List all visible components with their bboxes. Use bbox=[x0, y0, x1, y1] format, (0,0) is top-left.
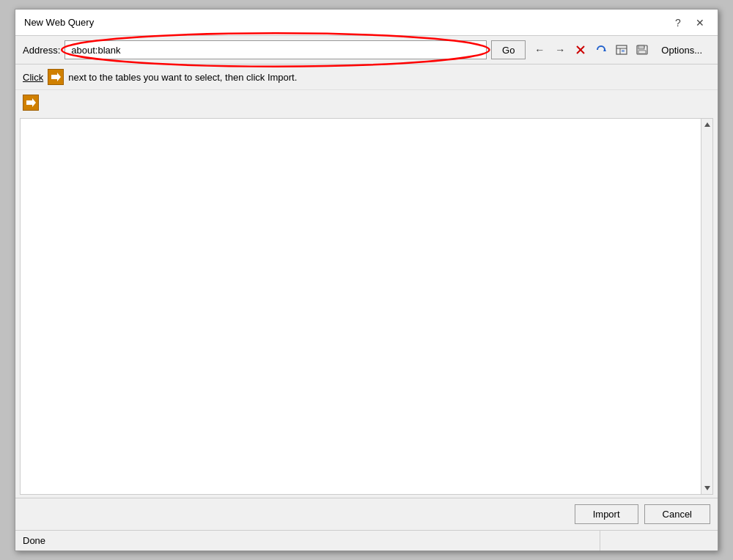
go-button[interactable]: Go bbox=[491, 40, 526, 59]
address-input-wrapper bbox=[65, 40, 487, 59]
web-layout-icon bbox=[616, 45, 627, 55]
status-right bbox=[600, 531, 718, 550]
svg-rect-11 bbox=[638, 51, 646, 54]
scroll-up-arrow[interactable] bbox=[701, 119, 713, 130]
svg-marker-15 bbox=[704, 486, 710, 490]
orange-arrow-icon bbox=[48, 69, 64, 85]
web-layout-button[interactable] bbox=[612, 40, 631, 59]
dialog-title: New Web Query bbox=[24, 17, 94, 28]
save-button[interactable] bbox=[633, 40, 652, 59]
scrollbar-right[interactable] bbox=[701, 119, 712, 494]
orange-right-arrow bbox=[50, 72, 62, 82]
address-label: Address: bbox=[23, 45, 60, 56]
chevron-down-icon bbox=[704, 485, 711, 491]
toolbar-icons: ← → bbox=[530, 40, 710, 59]
stop-icon bbox=[575, 45, 586, 55]
svg-marker-13 bbox=[26, 98, 36, 107]
back-button[interactable]: ← bbox=[530, 40, 549, 59]
table-select-arrow-icon[interactable] bbox=[23, 95, 39, 111]
instruction-row: Click next to the tables you want to sel… bbox=[15, 65, 718, 90]
chevron-up-icon bbox=[704, 122, 711, 128]
svg-rect-9 bbox=[638, 45, 644, 49]
refresh-button[interactable] bbox=[592, 40, 611, 59]
orange-right-arrow-2 bbox=[25, 97, 37, 108]
close-button[interactable]: ✕ bbox=[691, 14, 709, 32]
status-text: Done bbox=[15, 531, 600, 550]
title-bar-left: New Web Query bbox=[24, 17, 94, 28]
address-input[interactable] bbox=[65, 40, 487, 59]
save-icon bbox=[636, 45, 648, 55]
svg-rect-7 bbox=[622, 50, 625, 52]
instruction-text: next to the tables you want to select, t… bbox=[68, 72, 297, 83]
forward-button[interactable]: → bbox=[550, 40, 570, 59]
footer-buttons: Import Cancel bbox=[15, 498, 718, 530]
arrow-standalone-row bbox=[15, 90, 718, 115]
click-label: Click bbox=[23, 72, 43, 83]
svg-marker-12 bbox=[51, 73, 61, 81]
title-bar: New Web Query ? ✕ bbox=[15, 10, 718, 36]
import-button[interactable]: Import bbox=[575, 504, 638, 524]
help-button[interactable]: ? bbox=[669, 14, 687, 32]
scroll-down-arrow[interactable] bbox=[701, 482, 713, 494]
svg-marker-14 bbox=[704, 122, 710, 127]
refresh-icon bbox=[596, 45, 606, 55]
status-bar: Done bbox=[15, 530, 718, 550]
web-content-area bbox=[20, 118, 713, 495]
options-button[interactable]: Options... bbox=[653, 40, 710, 59]
title-bar-controls: ? ✕ bbox=[669, 14, 709, 32]
address-bar-row: Address: Go ← → bbox=[15, 36, 718, 65]
svg-rect-10 bbox=[644, 45, 645, 48]
stop-button[interactable] bbox=[571, 40, 590, 59]
cancel-button[interactable]: Cancel bbox=[644, 504, 710, 524]
svg-marker-3 bbox=[603, 48, 606, 51]
new-web-query-dialog: New Web Query ? ✕ Address: Go ← → bbox=[15, 9, 718, 551]
